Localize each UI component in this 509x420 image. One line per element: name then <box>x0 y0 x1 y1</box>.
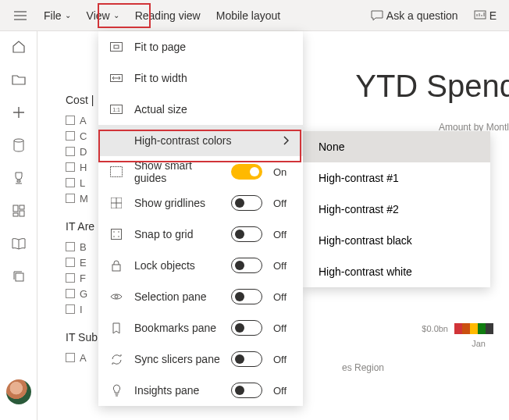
toggle-switch[interactable] <box>231 226 262 242</box>
gridlines-item[interactable]: Show gridlines Off <box>98 187 303 219</box>
chevron-down-icon: ⌄ <box>65 11 71 20</box>
bookmark-icon <box>109 322 123 334</box>
svg-point-17 <box>118 236 119 237</box>
checkbox-icon <box>66 178 75 187</box>
checkbox-icon <box>66 162 75 172</box>
toggle-state: Off <box>273 198 292 209</box>
toggle-switch[interactable] <box>231 351 262 367</box>
svg-rect-12 <box>111 167 123 177</box>
hc-white-item[interactable]: High-contrast white <box>303 256 490 287</box>
plus-icon[interactable] <box>11 105 27 120</box>
smart-guides-icon <box>109 166 123 178</box>
fit-to-width-item[interactable]: Fit to width <box>98 62 303 94</box>
fit-width-icon <box>109 72 123 84</box>
chevron-right-icon <box>283 136 289 145</box>
svg-point-16 <box>113 236 115 237</box>
chart-axis: $0.0bn <box>422 323 493 334</box>
actual-size-icon: 1:1 <box>109 103 123 116</box>
selection-pane-item[interactable]: Selection pane Off <box>98 281 303 312</box>
menu-label: Selection pane <box>134 290 220 303</box>
trophy-icon[interactable] <box>11 170 27 186</box>
ask-question-button[interactable]: Ask a question <box>363 0 466 31</box>
svg-point-1 <box>14 139 23 142</box>
hc-none-item[interactable]: None <box>303 131 490 162</box>
menu-label: High-contrast colors <box>109 134 272 147</box>
reading-view-button[interactable]: Reading view <box>127 0 208 31</box>
snap-icon <box>109 228 123 240</box>
sync-icon <box>109 353 123 365</box>
hc-2-item[interactable]: High-contrast #2 <box>303 194 490 225</box>
svg-rect-4 <box>13 213 18 216</box>
high-contrast-item[interactable]: High-contrast colors <box>98 125 303 156</box>
toggle-switch[interactable] <box>231 289 262 304</box>
toggle-state: Off <box>273 229 292 240</box>
toggle-switch[interactable] <box>231 258 262 273</box>
smart-guides-item[interactable]: Show smart guides On <box>98 156 303 187</box>
avatar[interactable] <box>6 379 31 404</box>
svg-point-14 <box>113 231 115 233</box>
menu-label: Insights pane <box>134 384 220 397</box>
checkbox-icon <box>66 353 75 362</box>
menu-label: Sync slicers pane <box>134 353 220 365</box>
checkbox-icon <box>66 242 75 251</box>
checkbox-icon <box>66 273 75 283</box>
actual-size-item[interactable]: 1:1 Actual size <box>98 94 303 125</box>
toggle-switch[interactable] <box>231 195 262 211</box>
ask-label: Ask a question <box>386 9 458 22</box>
fit-to-page-item[interactable]: Fit to page <box>98 31 303 62</box>
copy-icon[interactable] <box>11 269 27 284</box>
lock-item[interactable]: Lock objects Off <box>98 250 303 281</box>
checkbox-icon <box>66 304 75 314</box>
svg-rect-5 <box>20 211 24 216</box>
view-menu[interactable]: View ⌄ <box>79 0 127 31</box>
checkbox-icon <box>66 116 75 125</box>
explore-icon <box>474 10 486 21</box>
toggle-state: Off <box>273 260 292 272</box>
high-contrast-submenu: None High-contrast #1 High-contrast #2 H… <box>303 131 490 287</box>
fit-page-icon <box>109 41 123 53</box>
checkbox-icon <box>66 194 75 203</box>
menu-label: Actual size <box>134 103 292 116</box>
y-axis-label: $0.0bn <box>422 324 448 333</box>
chevron-down-icon: ⌄ <box>113 11 119 20</box>
checkbox-icon <box>66 258 75 267</box>
bookmarks-pane-item[interactable]: Bookmarks pane Off <box>98 312 303 343</box>
menu-label: Show gridlines <box>134 197 220 209</box>
toggle-switch[interactable] <box>231 383 262 398</box>
toggle-switch[interactable] <box>231 320 262 336</box>
grid-icon <box>109 197 123 209</box>
hc-black-item[interactable]: High-contrast black <box>303 225 490 256</box>
menu-label: Show smart guides <box>134 159 220 184</box>
file-menu[interactable]: File ⌄ <box>36 0 79 31</box>
book-icon[interactable] <box>11 236 27 251</box>
view-label: View <box>87 9 110 22</box>
hamburger-button[interactable] <box>5 0 36 31</box>
database-icon[interactable] <box>11 137 27 153</box>
svg-point-19 <box>115 295 118 298</box>
checkbox-icon <box>66 147 75 156</box>
insights-pane-item[interactable]: Insights pane Off <box>98 375 303 406</box>
folder-icon[interactable] <box>11 72 27 87</box>
legend-swatch <box>454 323 493 334</box>
page-title: YTD Spend <box>355 69 509 104</box>
sync-slicers-item[interactable]: Sync slicers pane Off <box>98 343 303 375</box>
hc-1-item[interactable]: High-contrast #1 <box>303 162 490 194</box>
svg-rect-6 <box>16 273 23 281</box>
eye-icon <box>109 290 123 303</box>
menu-label: Lock objects <box>134 259 220 272</box>
toggle-state: Off <box>273 291 292 303</box>
svg-rect-2 <box>13 205 18 212</box>
menu-label: Fit to page <box>134 41 292 53</box>
app-icon[interactable] <box>11 203 27 219</box>
svg-rect-8 <box>114 45 119 48</box>
home-icon[interactable] <box>11 39 27 55</box>
explore-button[interactable]: E <box>466 0 504 31</box>
toggle-switch[interactable] <box>231 164 262 180</box>
snap-item[interactable]: Snap to grid Off <box>98 219 303 250</box>
region-label: es Region <box>342 362 384 373</box>
svg-rect-3 <box>20 205 24 209</box>
menu-label: Bookmarks pane <box>134 322 220 334</box>
mobile-layout-button[interactable]: Mobile layout <box>208 0 289 31</box>
lightbulb-icon <box>109 384 123 397</box>
menu-label: Fit to width <box>134 72 292 84</box>
